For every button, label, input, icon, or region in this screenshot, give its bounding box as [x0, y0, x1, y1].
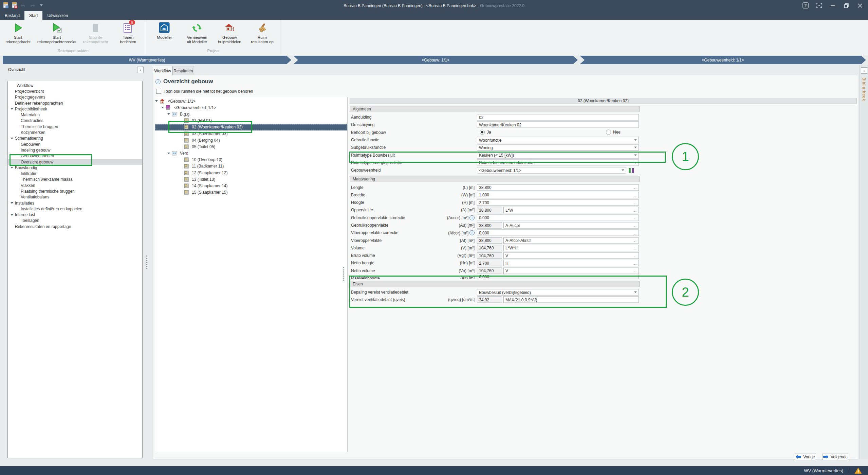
input-gebruiksoppervlakte-correctie[interactable]: 0,000... [477, 214, 639, 221]
sidebar-collapse-button[interactable]: ‹ [137, 67, 144, 73]
sidebar-item-schematisering[interactable]: Schematisering [8, 136, 142, 141]
library-icon[interactable] [629, 168, 634, 174]
dropdown-caret-icon[interactable] [38, 2, 44, 9]
ellipsis-button[interactable]: ... [632, 261, 637, 265]
ribbon-button-vernieuwen-uit-modeller[interactable]: Vernieuwenuit Modeller [181, 21, 213, 49]
sidebar-splitter-grip[interactable] [146, 256, 147, 269]
sidebar-item-projectbibliotheek[interactable]: Projectbibliotheek [8, 106, 142, 112]
sidebar-item-plaatsing-thermische-bruggen[interactable]: Plaatsing thermische bruggen [8, 188, 142, 194]
sidebar-item-gebouweenheden[interactable]: Gebouweenheden [8, 153, 142, 159]
select-ruimtetype-energieprestatie[interactable]: Ruimte binnen een rekenzone [477, 159, 639, 166]
sidebar-item-thermisch-werkzame-massa[interactable]: Thermisch werkzame massa [8, 177, 142, 182]
tree-item-12-slaapkamer-12[interactable]: 12 (Slaapkamer 12) [155, 170, 347, 176]
radio-behoort-bij-gebouw-ja[interactable]: Ja [480, 129, 491, 135]
ribbon-button-gebouw-hulpmiddelen[interactable]: Gebouwhulpmiddelen [214, 21, 245, 49]
info-icon[interactable]: i [469, 230, 475, 235]
select-ruimtetype-bouwbesluit[interactable]: Keuken (< 15 [kW]) [477, 152, 639, 158]
ellipsis-button[interactable]: ... [632, 200, 637, 205]
ribbon-tab-uitwisselen[interactable]: Uitwisselen [42, 11, 73, 20]
library-tab[interactable]: Bibliotheek [862, 77, 866, 101]
close-icon[interactable] [855, 1, 865, 10]
sidebar-item-vlakken[interactable]: Vlakken [8, 182, 142, 188]
tree-item-b-g-g[interactable]: B.g.g. [155, 111, 347, 117]
dropdown-caret-icon[interactable] [634, 154, 637, 156]
breadcrumb-segment-gebouweenheid-1-1[interactable]: <Gebouweenheid: 1/1> [580, 56, 866, 64]
expand-arrow-icon[interactable] [11, 138, 13, 139]
input-hoogte[interactable]: 2,700... [477, 199, 639, 206]
breadcrumb-segment-gebouw-1-1[interactable]: <Gebouw: 1/1> [293, 56, 578, 64]
input-lengte[interactable]: 38,800... [477, 184, 639, 191]
new-calculation-icon[interactable] [3, 2, 9, 9]
tree-item-13-toilet-13[interactable]: 13 (Toilet 13) [155, 176, 347, 182]
tab-resultaten[interactable]: Resultaten [172, 66, 194, 75]
expand-arrow-icon[interactable] [161, 107, 164, 108]
sidebar-item-kozijnmerken[interactable]: Kozijnmerken [8, 129, 142, 135]
ribbon-button-start-rekenopdrachtenreeks[interactable]: Startrekenopdrachtenreeks [35, 21, 79, 49]
input-breedte[interactable]: 1,000... [477, 192, 639, 198]
ribbon-button-start-rekenopdracht[interactable]: Startrekenopdracht [2, 21, 34, 49]
ribbon-button-modeller[interactable]: 3DModeller [148, 21, 180, 49]
sidebar-item-overzicht-gebouw[interactable]: Overzicht gebouw [8, 159, 142, 165]
help-icon[interactable]: ? [801, 1, 810, 10]
tree-item-03-speelkamer-03[interactable]: 03 (Speelkamer 03) [155, 130, 347, 137]
ellipsis-button[interactable]: ... [632, 208, 637, 212]
tree-item-04-berging-04[interactable]: 04 (Berging 04) [155, 137, 347, 143]
dropdown-caret-icon[interactable] [634, 139, 637, 141]
redo-icon[interactable] [29, 2, 35, 9]
radio-behoort-bij-gebouw-nee[interactable]: Nee [606, 129, 621, 135]
sidebar-item-projectgegevens[interactable]: Projectgegevens [8, 94, 142, 100]
ellipsis-button[interactable]: ... [632, 268, 637, 273]
expand-arrow-icon[interactable] [167, 153, 170, 154]
tree-item-15-slaapkamer-15[interactable]: 15 (Slaapkamer 15) [155, 189, 347, 196]
info-icon[interactable]: i [469, 215, 475, 220]
fullscreen-icon[interactable] [814, 1, 824, 10]
ribbon-button-ruim-resultaten-op[interactable]: Ruimresultaten op [246, 21, 278, 49]
input-aanduiding[interactable]: 02 [477, 114, 639, 121]
minimize-icon[interactable] [828, 1, 837, 10]
breadcrumb-segment-wv-warmteverlies[interactable]: WV (Warmteverlies) [3, 56, 291, 64]
dropdown-caret-icon[interactable] [634, 292, 637, 293]
tree-item-verd[interactable]: Verd [155, 150, 347, 157]
input-omschrijving[interactable]: Woonkamer/Keuken 02 [477, 122, 639, 128]
ellipsis-button[interactable]: ... [632, 238, 637, 243]
formula-oppervlakte[interactable]: L*W... [503, 207, 639, 213]
sidebar-item-infiltratie[interactable]: Infiltratie [8, 171, 142, 176]
input-vloeroppervlakte-correctie[interactable]: 0,000... [477, 230, 639, 236]
warning-icon[interactable] [854, 468, 862, 474]
ribbon-tab-start[interactable]: Start [24, 11, 42, 20]
ellipsis-button[interactable]: ... [632, 193, 637, 197]
expand-arrow-icon[interactable] [167, 113, 170, 115]
formula-bruto-volume[interactable]: V... [503, 252, 639, 259]
expand-arrow-icon[interactable] [11, 214, 13, 216]
panel-splitter-grip[interactable] [343, 267, 344, 281]
select-bepaling-vereist-ventilatiedebiet[interactable]: Bouwbesluit (verblijfsgebied) [477, 289, 639, 296]
sidebar-item-gebouwen[interactable]: Gebouwen [8, 141, 142, 147]
tree-item-10-overloop-10[interactable]: 10 (Overloop 10) [155, 157, 347, 163]
dropdown-caret-icon[interactable] [634, 147, 637, 148]
ellipsis-button[interactable]: ... [632, 185, 637, 190]
formula-netto-volume[interactable]: V... [503, 267, 639, 274]
sidebar-item-rekenresultaten-en-rapportage[interactable]: Rekenresultaten en rapportage [8, 224, 142, 229]
dropdown-caret-icon[interactable] [634, 162, 637, 163]
dropdown-caret-icon[interactable] [622, 170, 624, 171]
sidebar-item-interne-last[interactable]: Interne last [8, 212, 142, 218]
select-gebouweenheid[interactable]: <Gebouweenheid: 1/1> [477, 167, 626, 174]
expand-arrow-icon[interactable] [11, 108, 13, 110]
next-button[interactable]: Volgende [823, 454, 848, 460]
ellipsis-button[interactable]: ... [632, 253, 637, 258]
sidebar-item-toeslagen[interactable]: Toeslagen [8, 218, 142, 224]
ellipsis-button[interactable]: ... [632, 230, 637, 235]
sidebar-item-ventilatiebalans[interactable]: Ventilatiebalans [8, 194, 142, 200]
previous-button[interactable]: Vorige [795, 454, 816, 460]
ellipsis-button[interactable]: ... [632, 215, 637, 220]
sidebar-item-constructies[interactable]: Constructies [8, 118, 142, 124]
sidebar-item-installaties[interactable]: Installaties [8, 200, 142, 206]
ribbon-tab-bestand[interactable]: Bestand [0, 11, 24, 20]
sidebar-item-definieer-rekenopdrachten[interactable]: Definieer rekenopdrachten [8, 100, 142, 106]
tree-item-gebouweenheid-1-1[interactable]: <Gebouweenheid: 1/1> [155, 104, 347, 111]
expand-arrow-icon[interactable] [11, 202, 13, 204]
library-expand-button[interactable]: › [861, 67, 867, 74]
formula-gebruiksoppervlakte[interactable]: A-Aucor... [503, 222, 639, 229]
tree-item-01-hal-01[interactable]: 01 (Hal 01) [155, 118, 347, 124]
tree-item-14-slaapkamer-14[interactable]: 14 (Slaapkamer 14) [155, 182, 347, 189]
